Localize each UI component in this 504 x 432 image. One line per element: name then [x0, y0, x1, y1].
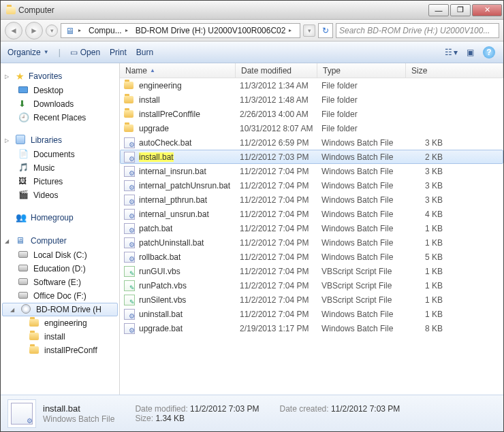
sort-asc-icon: ▲: [150, 67, 155, 73]
search-input[interactable]: Search BD-ROM Drive (H:) U2000V100...: [336, 23, 499, 38]
file-row[interactable]: upgrade.bat2/19/2013 1:17 PMWindows Batc…: [120, 321, 503, 335]
file-name: install.bat: [139, 152, 240, 162]
file-row[interactable]: install11/3/2012 1:48 AMFile folder: [120, 93, 503, 107]
preview-pane-button[interactable]: ▣: [462, 46, 477, 59]
burn-button[interactable]: Burn: [136, 48, 153, 57]
file-row[interactable]: internal_pthrun.bat11/2/2012 7:04 PMWind…: [120, 193, 503, 207]
favorites-header[interactable]: ▷★Favorites: [2, 69, 118, 84]
nav-downloads[interactable]: ⬇Downloads: [2, 97, 118, 111]
file-date: 11/2/2012 7:04 PM: [240, 210, 321, 219]
file-size: 1 KB: [410, 267, 451, 276]
nav-bdrom-child[interactable]: install: [2, 330, 118, 344]
file-name: installPreConffile: [139, 110, 240, 119]
minimize-button[interactable]: —: [428, 4, 449, 16]
nav-local-c[interactable]: Local Disk (C:): [2, 248, 118, 262]
history-dropdown[interactable]: ▾: [46, 24, 58, 37]
file-name: runSilent.vbs: [139, 295, 240, 305]
open-button[interactable]: ▭ Open: [70, 48, 100, 57]
print-button[interactable]: Print: [110, 48, 127, 57]
breadcrumb-history[interactable]: ▾: [303, 24, 315, 37]
folder-icon: [124, 80, 135, 91]
nav-drive-f[interactable]: Office Doc (F:): [2, 289, 118, 303]
nav-drive-e[interactable]: Software (E:): [2, 276, 118, 289]
file-row[interactable]: internal_unsrun.bat11/2/2012 7:04 PMWind…: [120, 207, 503, 221]
view-options-button[interactable]: ☷ ▾: [443, 46, 458, 59]
disc-icon: [21, 304, 32, 315]
nav-bdrom-child[interactable]: installPreConff: [2, 344, 118, 357]
maximize-button[interactable]: ❐: [450, 4, 471, 16]
file-type: VBScript Script File: [321, 295, 410, 305]
file-date: 11/2/2012 7:04 PM: [240, 267, 321, 276]
address-bar: ◄ ► ▾ 🖥▸ Compu...▸ BD-ROM Drive (H:) U20…: [1, 20, 503, 41]
file-row[interactable]: engineering11/3/2012 1:34 AMFile folder: [120, 78, 503, 93]
breadcrumb-item[interactable]: BD-ROM Drive (H:) U2000V100R006C02▸: [133, 26, 297, 35]
music-icon: 🎵: [18, 163, 29, 173]
nav-videos[interactable]: 🎬Videos: [2, 188, 118, 202]
file-row[interactable]: patch.bat11/2/2012 7:04 PMWindows Batch …: [120, 221, 503, 235]
body: ▷★Favorites Desktop ⬇Downloads 🕘Recent P…: [1, 63, 503, 395]
breadcrumb-item[interactable]: Compu...▸: [86, 26, 133, 35]
file-row[interactable]: patchUninstall.bat11/2/2012 7:04 PMWindo…: [120, 235, 503, 250]
window-icon: [6, 5, 16, 15]
file-row[interactable]: installPreConffile2/26/2013 4:00 AMFile …: [120, 107, 503, 121]
details-pane: install.bat Windows Batch File Date modi…: [1, 395, 503, 431]
nav-desktop[interactable]: Desktop: [2, 84, 118, 97]
window-title: Computer: [18, 5, 54, 15]
close-button[interactable]: ✕: [472, 4, 502, 16]
window-buttons: — ❐ ✕: [428, 4, 502, 16]
file-name: engineering: [139, 81, 240, 90]
col-name[interactable]: Name▲: [120, 63, 236, 78]
file-size: 4 KB: [410, 210, 451, 219]
navigation-pane[interactable]: ▷★Favorites Desktop ⬇Downloads 🕘Recent P…: [1, 63, 120, 395]
file-date: 11/2/2012 7:03 PM: [240, 152, 321, 162]
file-row[interactable]: upgrade10/31/2012 8:07 AMFile folder: [120, 121, 503, 135]
refresh-button[interactable]: ↻: [318, 23, 333, 38]
forward-button[interactable]: ►: [25, 22, 43, 39]
file-date: 11/2/2012 7:04 PM: [240, 281, 321, 290]
file-size: 1 KB: [410, 295, 451, 305]
nav-bdrom-child[interactable]: engineering: [2, 316, 118, 330]
bat-icon: [124, 137, 135, 148]
folder-icon: [124, 109, 135, 120]
file-row[interactable]: rollback.bat11/2/2012 7:04 PMWindows Bat…: [120, 250, 503, 264]
nav-music[interactable]: 🎵Music: [2, 161, 118, 175]
details-meta: Date modified: 11/2/2012 7:03 PM Size: 1…: [135, 404, 400, 423]
file-date: 11/2/2012 7:04 PM: [240, 252, 321, 262]
toolbar-separator: |: [59, 48, 61, 57]
breadcrumb[interactable]: 🖥▸ Compu...▸ BD-ROM Drive (H:) U2000V100…: [61, 23, 300, 38]
computer-header[interactable]: ◢🖥Computer: [2, 233, 118, 248]
help-button[interactable]: ?: [482, 46, 497, 59]
libraries-header[interactable]: ▷Libraries: [2, 133, 118, 148]
bat-icon: [124, 323, 135, 334]
file-row[interactable]: install.bat11/2/2012 7:03 PMWindows Batc…: [120, 150, 503, 164]
bat-icon: [124, 180, 135, 191]
file-size: 2 KB: [410, 152, 451, 162]
title-bar[interactable]: Computer — ❐ ✕: [1, 1, 503, 20]
col-type[interactable]: Type: [317, 63, 406, 78]
drive-icon: [18, 250, 29, 261]
file-date: 11/2/2012 7:04 PM: [240, 181, 321, 190]
file-row[interactable]: uninstall.bat11/2/2012 7:04 PMWindows Ba…: [120, 307, 503, 321]
folder-icon: [29, 345, 40, 356]
nav-recent[interactable]: 🕘Recent Places: [2, 111, 118, 124]
nav-bdrom[interactable]: ◢BD-ROM Drive (H: [2, 303, 118, 316]
folder-icon: [124, 123, 135, 134]
file-size: 1 KB: [410, 310, 451, 319]
breadcrumb-root[interactable]: 🖥▸: [63, 26, 86, 35]
file-row[interactable]: runPatch.vbs11/2/2012 7:04 PMVBScript Sc…: [120, 278, 503, 293]
nav-documents[interactable]: 📄Documents: [2, 148, 118, 161]
file-list[interactable]: engineering11/3/2012 1:34 AMFile folderi…: [120, 78, 503, 395]
homegroup-header[interactable]: ▷👥Homegroup: [2, 210, 118, 225]
back-button[interactable]: ◄: [5, 22, 22, 39]
col-size[interactable]: Size: [406, 63, 503, 78]
file-size: 1 KB: [410, 281, 451, 290]
file-row[interactable]: internal_insrun.bat11/2/2012 7:04 PMWind…: [120, 164, 503, 178]
nav-drive-d[interactable]: Education (D:): [2, 262, 118, 276]
file-row[interactable]: internal_patchUnsrun.bat11/2/2012 7:04 P…: [120, 178, 503, 193]
col-date[interactable]: Date modified: [236, 63, 317, 78]
file-row[interactable]: runSilent.vbs11/2/2012 7:04 PMVBScript S…: [120, 293, 503, 307]
file-row[interactable]: runGUI.vbs11/2/2012 7:04 PMVBScript Scri…: [120, 264, 503, 278]
organize-button[interactable]: Organize ▼: [7, 48, 49, 57]
file-row[interactable]: autoCheck.bat11/2/2012 6:59 PMWindows Ba…: [120, 135, 503, 150]
nav-pictures[interactable]: 🖼Pictures: [2, 175, 118, 188]
